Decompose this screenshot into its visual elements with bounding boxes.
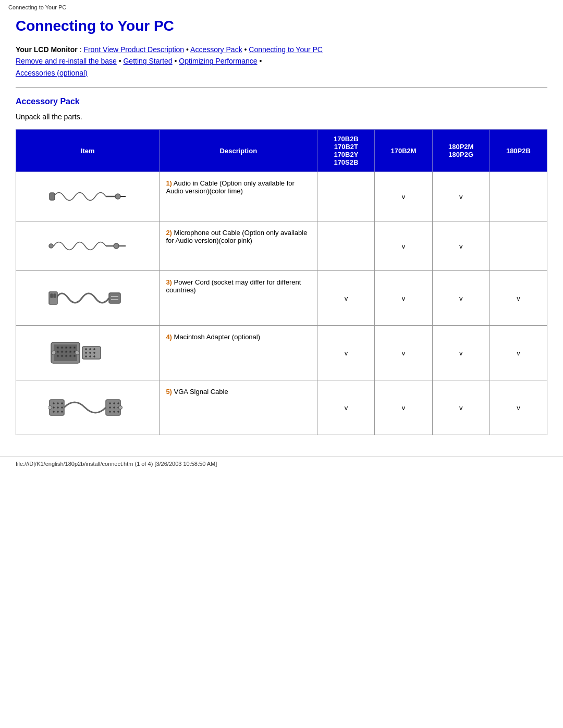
svg-rect-10 [51, 294, 53, 298]
th-description: Description [160, 130, 317, 172]
th-model2: 170B2M [375, 130, 432, 172]
svg-rect-11 [54, 294, 56, 298]
intro-text: Unpack all the parts. [16, 113, 547, 121]
svg-point-20 [74, 347, 76, 349]
svg-point-47 [53, 407, 55, 409]
svg-point-63 [118, 411, 119, 413]
item-image-3 [16, 271, 160, 326]
svg-point-58 [109, 407, 111, 409]
desc-cell-4: 4) Macintosh Adapter (optional) [160, 326, 317, 380]
svg-point-38 [90, 352, 91, 354]
compat-1-m2: v [375, 172, 432, 221]
th-model3: 180P2M180P2G [432, 130, 489, 172]
svg-point-55 [109, 403, 111, 404]
svg-point-28 [65, 355, 67, 357]
svg-point-46 [62, 403, 63, 404]
table-row: 5) VGA Signal Cable v v v v [16, 380, 547, 435]
nav-link-accessory-pack[interactable]: Accessory Pack [190, 45, 242, 54]
svg-point-61 [109, 411, 111, 413]
audio-cable-svg [48, 178, 127, 215]
item-image-2 [16, 221, 160, 271]
svg-point-7 [114, 243, 119, 249]
item-number-3: 3) [166, 278, 172, 286]
svg-rect-9 [49, 292, 57, 304]
nav-link-optimizing[interactable]: Optimizing Performance [179, 57, 257, 65]
compat-5-m1: v [317, 380, 375, 435]
desc-cell-5: 5) VGA Signal Cable [160, 380, 317, 435]
item-image-1 [16, 172, 160, 221]
mac-adapter-svg [48, 332, 127, 374]
svg-point-34 [85, 349, 87, 350]
svg-point-59 [114, 407, 115, 409]
item-image-4 [16, 326, 160, 380]
svg-point-45 [57, 403, 59, 404]
compat-4-m1: v [317, 326, 375, 380]
svg-point-36 [94, 349, 95, 350]
main-content: Connecting to Your PC Your LCD Monitor :… [0, 13, 563, 451]
browser-bar-text: Connecting to Your PC [8, 4, 66, 10]
nav-link-front-view[interactable]: Front View Product Description [83, 45, 184, 54]
svg-point-49 [62, 407, 63, 409]
desc-cell-2: 2) Microphone out Cable (Option only ava… [160, 221, 317, 271]
svg-point-53 [48, 406, 52, 410]
table-header-row: Item Description 170B2B170B2T170B2Y170S2… [16, 130, 547, 172]
compat-3-m1: v [317, 271, 375, 326]
svg-point-35 [90, 349, 91, 350]
vga-cable-svg [48, 387, 127, 428]
table-row: 2) Microphone out Cable (Option only ava… [16, 221, 547, 271]
svg-point-5 [49, 244, 53, 248]
compat-2-m4 [489, 221, 547, 271]
mic-cable-svg [48, 228, 127, 264]
svg-point-29 [69, 355, 71, 357]
compat-5-m3: v [432, 380, 489, 435]
nav-link-accessories[interactable]: Accessories (optional) [16, 69, 88, 77]
svg-point-18 [65, 347, 67, 349]
accessory-table: Item Description 170B2B170B2T170B2Y170S2… [16, 129, 547, 435]
svg-point-19 [69, 347, 71, 349]
divider [16, 87, 547, 88]
compat-5-m2: v [375, 380, 432, 435]
compat-3-m3: v [432, 271, 489, 326]
svg-point-42 [94, 356, 95, 357]
svg-point-31 [52, 351, 56, 355]
compat-3-m4: v [489, 271, 547, 326]
svg-point-57 [118, 403, 119, 404]
compat-1-m4 [489, 172, 547, 221]
compat-2-m3: v [432, 221, 489, 271]
compat-2-m2: v [375, 221, 432, 271]
svg-point-41 [90, 356, 91, 357]
table-row: 1) Audio in Cable (Option only available… [16, 172, 547, 221]
svg-point-16 [57, 347, 59, 349]
power-cord-svg [48, 277, 127, 319]
browser-bar: Connecting to Your PC [0, 0, 563, 13]
compat-4-m4: v [489, 326, 547, 380]
svg-point-40 [85, 356, 87, 357]
item-number-2: 2) [166, 229, 172, 237]
desc-cell-3: 3) Power Cord (socket may differ for dif… [160, 271, 317, 326]
item-number-1: 1) [166, 179, 172, 187]
item-image-5 [16, 380, 160, 435]
footer-bar: file:///D|/K1/english/180p2b/install/con… [0, 456, 563, 471]
svg-point-56 [114, 403, 115, 404]
compat-1-m3: v [432, 172, 489, 221]
desc-cell-1: 1) Audio in Cable (Option only available… [160, 172, 317, 221]
svg-point-32 [75, 351, 79, 355]
svg-point-21 [57, 351, 59, 353]
nav-link-remove-base[interactable]: Remove and re-install the base [16, 57, 117, 65]
nav-link-getting-started[interactable]: Getting Started [123, 57, 172, 65]
nav-link-connecting[interactable]: Connecting to Your PC [249, 45, 323, 54]
svg-point-37 [85, 352, 87, 354]
svg-point-2 [115, 194, 120, 199]
svg-point-30 [74, 355, 76, 357]
svg-point-62 [114, 411, 115, 413]
svg-point-51 [57, 411, 59, 413]
svg-point-24 [69, 351, 71, 353]
nav-prefix: Your LCD Monitor [16, 45, 78, 54]
svg-point-39 [94, 352, 95, 354]
svg-point-26 [57, 355, 59, 357]
compat-2-m1 [317, 221, 375, 271]
th-model4: 180P2B [489, 130, 547, 172]
svg-point-50 [53, 411, 55, 413]
compat-4-m2: v [375, 326, 432, 380]
svg-point-64 [119, 406, 123, 410]
